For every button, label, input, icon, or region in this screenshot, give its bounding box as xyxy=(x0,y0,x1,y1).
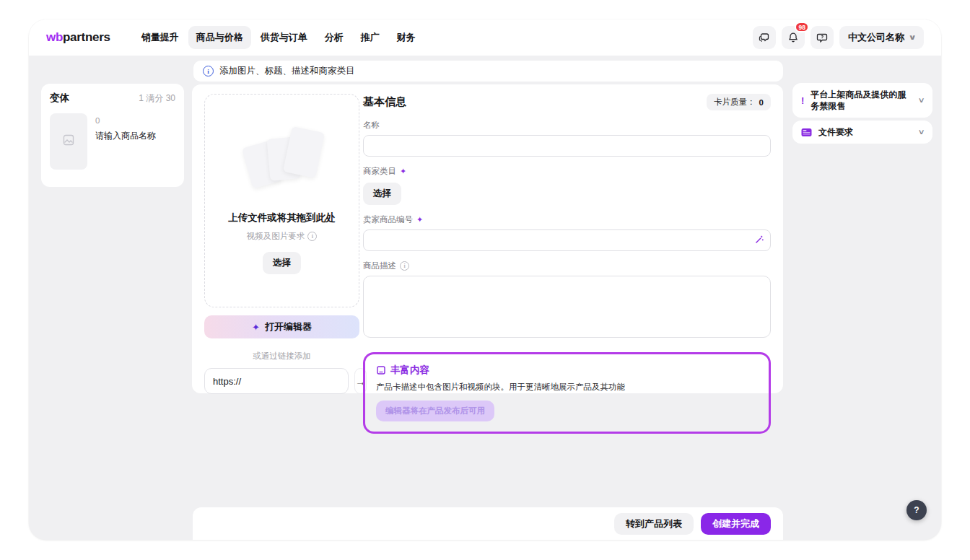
form-section-title: 基本信息 xyxy=(363,95,406,109)
chevron-down-icon: ∨ xyxy=(917,97,925,104)
sidebar-item-file-requirements[interactable]: 文件要求 ∨ xyxy=(792,121,932,144)
variant-photo-count: 0 xyxy=(95,116,156,125)
card-quality-value: 0 xyxy=(759,98,764,107)
dropzone-title: 上传文件或将其拖到此处 xyxy=(228,211,336,224)
nav-item-finance[interactable]: 财务 xyxy=(389,26,424,49)
sidebar-file-requirements-label: 文件要求 xyxy=(818,126,912,138)
card-quality-badge: 卡片质量： 0 xyxy=(707,94,771,110)
rich-content-header: 丰富内容 xyxy=(376,364,758,377)
variants-panel: 变体 1 满分 30 0 请输入商品名称 xyxy=(41,84,184,187)
seller-sku-input[interactable] xyxy=(363,229,771,251)
open-editor-label: 打开编辑器 xyxy=(265,320,312,333)
product-name-input[interactable] xyxy=(363,135,771,157)
variant-name-placeholder: 请输入商品名称 xyxy=(95,130,156,142)
help-button[interactable]: ? xyxy=(906,500,927,520)
nav-item-sales-boost[interactable]: 销量提升 xyxy=(134,26,187,49)
create-and-finish-button[interactable]: 创建并完成 xyxy=(701,513,771,535)
chevron-down-icon: ∨ xyxy=(917,128,925,136)
magic-wand-icon[interactable] xyxy=(754,235,764,248)
nav-item-supply-and-orders[interactable]: 供货与订单 xyxy=(253,26,315,49)
file-dropzone[interactable]: 上传文件或将其拖到此处 视频及图片要求 i 选择 xyxy=(204,94,359,307)
or-add-by-link-label: 或通过链接添加 xyxy=(204,351,359,362)
sparkles-icon: ✦ xyxy=(252,323,260,332)
sidebar-restricted-goods-label: 平台上架商品及提供的服务禁限售 xyxy=(810,89,912,112)
info-banner-text: 添加图片、标题、描述和商家类目 xyxy=(219,65,355,77)
chats-icon xyxy=(759,32,770,43)
variant-thumbnail xyxy=(50,113,87,170)
logo-partners: partners xyxy=(63,30,110,45)
company-name: 中文公司名称 xyxy=(848,31,904,44)
description-info-icon[interactable]: i xyxy=(400,261,409,271)
choose-files-button[interactable]: 选择 xyxy=(263,252,301,274)
rich-content-title: 丰富内容 xyxy=(390,364,429,377)
ai-spark-icon-2: ✦ xyxy=(416,216,423,224)
rich-content-icon xyxy=(376,365,386,375)
image-placeholder-icon xyxy=(62,134,75,149)
description-field-label: 商品描述 i xyxy=(363,261,771,271)
info-icon: i xyxy=(203,66,214,76)
alert-icon: ! xyxy=(801,95,804,106)
feedback-bubble-icon xyxy=(816,32,828,43)
document-icon xyxy=(801,128,812,137)
category-select-button[interactable]: 选择 xyxy=(363,183,401,205)
product-editor-card: 上传文件或将其拖到此处 视频及图片要求 i 选择 ✦ 打开编辑器 或通过链接添加… xyxy=(192,84,783,393)
sku-input-wrap xyxy=(363,225,771,251)
ai-spark-icon: ✦ xyxy=(400,167,406,175)
info-banner: i 添加图片、标题、描述和商家类目 xyxy=(193,61,783,82)
product-description-textarea[interactable] xyxy=(363,276,771,338)
company-selector[interactable]: 中文公司名称 ∨ xyxy=(839,26,924,49)
basic-info-form: 基本信息 卡片质量： 0 名称 商家类目 ✦ 选择 卖家商品编号 ✦ xyxy=(363,94,771,434)
notifications-button[interactable]: 98 xyxy=(782,26,805,49)
media-upload-column: 上传文件或将其拖到此处 视频及图片要求 i 选择 ✦ 打开编辑器 或通过链接添加… xyxy=(204,94,359,394)
link-add-row: → xyxy=(204,368,359,394)
header-actions: 98 中文公司名称 ∨ xyxy=(753,26,924,49)
category-field-label: 商家类目 ✦ xyxy=(363,166,771,177)
media-requirements-label: 视频及图片要求 xyxy=(247,231,305,242)
rich-content-section: 丰富内容 产品卡描述中包含图片和视频的块。用于更清晰地展示产品及其功能 编辑器将… xyxy=(363,352,771,434)
open-editor-button[interactable]: ✦ 打开编辑器 xyxy=(204,315,359,338)
rich-content-disabled-button: 编辑器将在产品发布后可用 xyxy=(376,401,494,421)
rich-content-description: 产品卡描述中包含图片和视频的块。用于更清晰地展示产品及其功能 xyxy=(376,382,758,393)
sku-field-label: 卖家商品编号 ✦ xyxy=(363,214,771,225)
bell-icon xyxy=(787,32,799,43)
chats-button[interactable] xyxy=(753,26,776,49)
variant-meta: 0 请输入商品名称 xyxy=(95,113,156,170)
variant-card[interactable]: 0 请输入商品名称 xyxy=(50,113,175,170)
name-field-label: 名称 xyxy=(363,120,771,131)
top-navbar: wbpartners 销量提升 商品与价格 供货与订单 分析 推广 财务 xyxy=(29,19,941,56)
wbpartners-logo[interactable]: wbpartners xyxy=(46,30,110,45)
form-header: 基本信息 卡片质量： 0 xyxy=(363,94,771,110)
link-url-input[interactable] xyxy=(204,368,349,394)
variants-counter: 1 满分 30 xyxy=(139,92,175,105)
variants-title: 变体 xyxy=(50,92,69,105)
chevron-down-icon: ∨ xyxy=(908,34,916,41)
logo-wb: wb xyxy=(46,30,63,45)
nav-item-promotion[interactable]: 推广 xyxy=(353,26,388,49)
notification-badge: 98 xyxy=(795,22,808,32)
card-quality-label: 卡片质量： xyxy=(714,97,756,108)
app-window: wbpartners 销量提升 商品与价格 供货与订单 分析 推广 财务 xyxy=(29,19,941,540)
main-nav: 销量提升 商品与价格 供货与订单 分析 推广 财务 xyxy=(134,26,424,49)
nav-item-goods-and-prices[interactable]: 商品与价格 xyxy=(188,26,251,49)
nav-item-analytics[interactable]: 分析 xyxy=(317,26,351,49)
feedback-button[interactable] xyxy=(810,26,834,49)
variants-header: 变体 1 满分 30 xyxy=(50,92,175,105)
action-footer: 转到产品列表 创建并完成 xyxy=(193,507,783,540)
sidebar-item-restricted-goods[interactable]: ! 平台上架商品及提供的服务禁限售 ∨ xyxy=(792,83,932,118)
go-to-product-list-button[interactable]: 转到产品列表 xyxy=(614,513,694,535)
media-requirements-link[interactable]: 视频及图片要求 i xyxy=(247,231,318,242)
cards-illustration xyxy=(242,128,322,193)
info-circle-icon: i xyxy=(307,232,317,241)
